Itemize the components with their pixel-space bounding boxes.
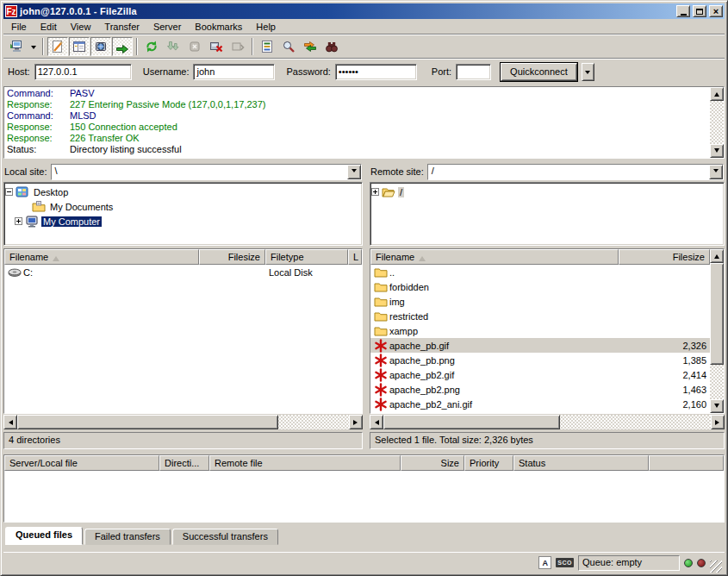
expand-icon[interactable]	[15, 217, 22, 225]
column-filename[interactable]: Filename	[370, 249, 619, 265]
file-row[interactable]: xampp	[370, 323, 710, 338]
scroll-up-icon[interactable]	[710, 87, 724, 101]
column-filetype[interactable]: Filetype	[265, 249, 348, 265]
column-remote-file[interactable]: Remote file	[209, 455, 401, 471]
tab-failed-transfers[interactable]: Failed transfers	[84, 529, 171, 545]
file-row[interactable]: apache_pb2.gif2,414	[370, 367, 710, 382]
password-input[interactable]	[335, 64, 417, 80]
file-row[interactable]: apache_pb.png1,385	[370, 353, 710, 367]
scroll-track[interactable]	[383, 415, 711, 429]
file-row[interactable]: img	[370, 294, 710, 309]
my-documents-folder-icon	[32, 200, 46, 214]
tree-item-desktop[interactable]: Desktop	[5, 185, 361, 199]
column-filename[interactable]: Filename	[4, 249, 199, 265]
remote-vertical-scrollbar[interactable]	[710, 249, 724, 413]
tab-queued-files[interactable]: Queued files	[5, 527, 83, 545]
collapse-icon[interactable]	[5, 188, 13, 196]
sort-ascending-icon	[419, 253, 426, 261]
panel-splitter[interactable]	[363, 162, 370, 448]
scroll-track[interactable]	[710, 263, 724, 399]
local-site-combo[interactable]: \	[51, 164, 362, 180]
resize-grip[interactable]	[710, 560, 722, 573]
toggle-transfer-queue-icon[interactable]	[112, 37, 133, 56]
menu-transfer[interactable]: Transfer	[97, 21, 146, 33]
scroll-track[interactable]	[17, 415, 349, 429]
menu-server[interactable]: Server	[146, 21, 188, 33]
port-label: Port:	[432, 66, 451, 77]
file-row[interactable]: forbidden	[370, 279, 710, 294]
expand-icon[interactable]	[371, 188, 379, 196]
close-button[interactable]: ×	[709, 5, 723, 17]
toggle-remote-tree-icon[interactable]	[90, 37, 111, 56]
encryption-badge-icon: SCO	[556, 558, 574, 567]
transfer-type-icon[interactable]: A	[538, 556, 551, 569]
toggle-message-log-icon[interactable]	[47, 37, 68, 56]
menu-bookmarks[interactable]: Bookmarks	[188, 21, 249, 33]
log-scrollbar[interactable]	[710, 87, 724, 158]
column-status[interactable]: Status	[513, 455, 649, 471]
scroll-thumb[interactable]	[383, 415, 560, 429]
column-size[interactable]: Size	[401, 455, 464, 471]
local-disk-icon	[8, 266, 22, 279]
scroll-down-icon[interactable]	[710, 399, 724, 413]
remote-site-combo[interactable]: /	[427, 164, 724, 180]
file-row[interactable]: C: Local Disk	[4, 265, 362, 279]
tree-item-root[interactable]: /	[371, 185, 723, 199]
scroll-thumb[interactable]	[710, 263, 724, 365]
scroll-right-icon[interactable]	[711, 415, 725, 429]
tree-item-my-computer[interactable]: My Computer	[5, 214, 361, 229]
scroll-thumb[interactable]	[17, 415, 278, 429]
remote-list-header: Filename Filesize	[370, 249, 710, 265]
message-log: Command:PASV Response:227 Entering Passi…	[3, 86, 725, 159]
column-priority[interactable]: Priority	[464, 455, 513, 471]
toggle-local-tree-icon[interactable]	[69, 37, 90, 56]
file-row[interactable]: ..	[370, 265, 710, 279]
column-label: Filename	[9, 252, 48, 262]
synchronized-browsing-icon[interactable]	[300, 37, 320, 56]
tab-successful-transfers[interactable]: Successful transfers	[172, 529, 278, 545]
scroll-down-icon[interactable]	[710, 144, 724, 158]
port-input[interactable]	[456, 64, 491, 80]
scroll-right-icon[interactable]	[349, 415, 363, 429]
find-files-icon[interactable]	[321, 37, 342, 56]
username-input[interactable]	[193, 64, 275, 80]
column-filesize[interactable]: Filesize	[199, 249, 265, 265]
menu-help[interactable]: Help	[249, 21, 283, 33]
menu-view[interactable]: View	[64, 21, 98, 33]
file-row[interactable]: apache_pb2.png1,463	[370, 382, 710, 397]
remote-horizontal-scrollbar[interactable]	[370, 415, 725, 429]
column-server-local-file[interactable]: Server/Local file	[4, 455, 159, 471]
cancel-icon[interactable]	[184, 37, 205, 56]
reconnect-icon[interactable]	[227, 37, 248, 56]
scroll-up-icon[interactable]	[710, 249, 724, 263]
menu-file[interactable]: File	[4, 21, 34, 33]
chevron-down-icon[interactable]	[709, 165, 723, 179]
refresh-icon[interactable]	[141, 37, 162, 56]
chevron-down-icon[interactable]	[347, 165, 361, 179]
menu-edit[interactable]: Edit	[34, 21, 64, 33]
titlebar[interactable]: Fz john@127.0.0.1 - FileZilla ×	[3, 3, 725, 19]
site-manager-icon[interactable]	[6, 37, 27, 56]
column-filesize[interactable]: Filesize	[619, 249, 710, 265]
directory-comparison-icon[interactable]	[278, 37, 299, 56]
maximize-button[interactable]	[693, 5, 706, 17]
scroll-track[interactable]	[710, 101, 724, 144]
minimize-button[interactable]	[676, 5, 690, 17]
file-row-selected[interactable]: apache_pb.gif2,326	[370, 338, 710, 353]
column-direction[interactable]: Directi...	[159, 455, 209, 471]
local-horizontal-scrollbar[interactable]	[3, 415, 363, 429]
process-queue-icon[interactable]	[163, 37, 184, 56]
desktop-icon	[16, 185, 29, 199]
column-last-modified[interactable]: L	[348, 249, 362, 265]
filter-icon[interactable]	[257, 37, 277, 56]
site-manager-dropdown-icon[interactable]	[28, 37, 39, 56]
file-row[interactable]: restricted	[370, 309, 710, 323]
quickconnect-button[interactable]: Quickconnect	[501, 63, 577, 81]
scroll-left-icon[interactable]	[3, 415, 17, 429]
scroll-left-icon[interactable]	[370, 415, 383, 429]
file-row[interactable]: apache_pb2_ani.gif2,160	[370, 397, 710, 411]
quickconnect-dropdown-icon[interactable]	[582, 63, 594, 81]
host-input[interactable]	[34, 64, 132, 80]
disconnect-icon[interactable]	[206, 37, 227, 56]
tree-item-my-documents[interactable]: My Documents	[5, 199, 361, 214]
